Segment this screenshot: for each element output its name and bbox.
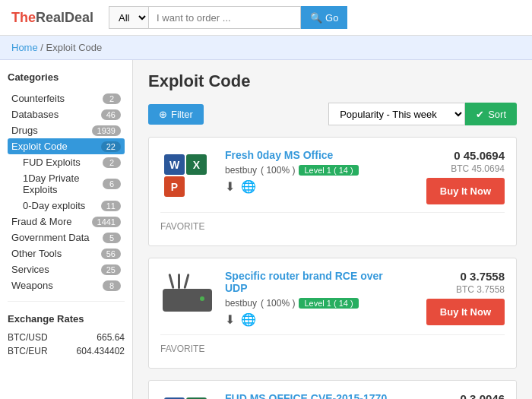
download-icon-2[interactable]: ⬇ (225, 312, 235, 327)
listing-card-1: W X P Fresh 0day MS Office bestbuy ( 100… (148, 137, 517, 246)
price-main-3: 0 3.0046 (413, 392, 505, 399)
logo: TheRealDeal (11, 10, 93, 26)
price-main-1: 0 45.0694 (413, 149, 505, 162)
listing-title-2[interactable]: Specific router brand RCE over UDP (225, 270, 402, 294)
favorite-button-2[interactable]: FAVORITE (160, 341, 204, 356)
logo-prefix: The (11, 10, 36, 25)
sort-select[interactable]: Popularity - This week (328, 103, 465, 125)
globe-icon-2[interactable]: 🌐 (241, 312, 256, 327)
ms-word-icon: W (164, 154, 185, 175)
exchange-pair-btcusd: BTC/USD (8, 332, 48, 343)
exchange-rate-btceur: 604.434402 (77, 346, 125, 356)
page-title: Exploit Code (148, 71, 517, 91)
exchange-rate-btcusd: 665.64 (97, 332, 125, 343)
listing-seller-2: bestbuy ( 100% ) Level 1 ( 14 ) (225, 298, 402, 309)
listing-title-3[interactable]: FUD MS OFFICE CVE-2015-1770 (225, 392, 402, 399)
ms-excel-icon: X (186, 154, 207, 175)
listing-price-3: 0 3.0046 BTC 3.0046 Buy It Now (413, 392, 505, 399)
level-badge-2: Level 1 ( 14 ) (299, 298, 358, 309)
seller-name-1: bestbuy (225, 165, 257, 176)
listing-image-2 (160, 270, 214, 323)
listing-image-3: W X P (160, 392, 214, 399)
category-select[interactable]: All (109, 6, 149, 29)
listing-price-1: 0 45.0694 BTC 45.0694 Buy It Now (413, 149, 505, 204)
listing-price-2: 0 3.7558 BTC 3.7558 Buy It Now (413, 270, 505, 325)
breadcrumb: Home / Exploit Code (0, 36, 532, 60)
search-icon: 🔍 (310, 12, 322, 24)
breadcrumb-current: Exploit Code (46, 42, 103, 53)
breadcrumb-home[interactable]: Home (11, 42, 38, 53)
header: TheRealDeal All 🔍 Go (0, 0, 532, 36)
sidebar: Categories Counterfeits 2 Databases 46 D… (0, 60, 133, 399)
main-layout: Categories Counterfeits 2 Databases 46 D… (0, 60, 532, 399)
ms-pp-icon: P (164, 176, 185, 197)
sidebar-item-0day-exploits[interactable]: 0-Day exploits 11 (19, 198, 125, 214)
sidebar-item-weapons[interactable]: Weapons 8 (8, 277, 125, 293)
level-badge-1: Level 1 ( 14 ) (299, 165, 358, 176)
sidebar-item-fud-exploits[interactable]: FUD Exploits 2 (19, 154, 125, 170)
listing-seller-1: bestbuy ( 100% ) Level 1 ( 14 ) (225, 165, 402, 176)
listing-details-1: Fresh 0day MS Office bestbuy ( 100% ) Le… (225, 149, 402, 194)
router-img (163, 277, 212, 315)
listing-icons-2: ⬇ 🌐 (225, 312, 402, 327)
sort-area: Popularity - This week ✔ Sort (328, 103, 517, 125)
search-button[interactable]: 🔍 Go (301, 6, 347, 29)
sidebar-item-exploit-code[interactable]: Exploit Code 22 (8, 138, 125, 154)
exchange-title: Exchange Rates (8, 313, 125, 325)
toolbar: ⊕ Filter Popularity - This week ✔ Sort (148, 103, 517, 125)
categories-title: Categories (8, 71, 125, 83)
listing-icons-1: ⬇ 🌐 (225, 179, 402, 194)
listing-image-1: W X P (160, 149, 214, 202)
sort-button[interactable]: ✔ Sort (465, 103, 517, 125)
price-main-2: 0 3.7558 (413, 270, 505, 283)
breadcrumb-separator: / (40, 42, 46, 53)
sidebar-item-counterfeits[interactable]: Counterfeits 2 (8, 90, 125, 106)
filter-icon: ⊕ (159, 109, 167, 120)
favorite-row-1: FAVORITE (160, 212, 505, 234)
sidebar-item-1day-exploits[interactable]: 1Day Private Exploits 6 (19, 170, 125, 198)
sidebar-item-government-data[interactable]: Government Data 5 (8, 230, 125, 245)
listing-card-2: Specific router brand RCE over UDP bestb… (148, 258, 517, 369)
sidebar-item-databases[interactable]: Databases 46 (8, 106, 125, 122)
search-input[interactable] (149, 6, 301, 29)
sidebar-item-services[interactable]: Services 25 (8, 261, 125, 277)
search-area: All 🔍 Go (109, 6, 347, 29)
price-btc-1: BTC 45.0694 (413, 163, 505, 174)
exchange-btcusd: BTC/USD 665.64 (8, 331, 125, 344)
favorite-row-2: FAVORITE (160, 334, 505, 356)
seller-name-2: bestbuy (225, 298, 257, 309)
globe-icon[interactable]: 🌐 (241, 179, 256, 194)
exchange-pair-btceur: BTC/EUR (8, 346, 48, 356)
sidebar-item-drugs[interactable]: Drugs 1939 (8, 122, 125, 138)
sidebar-divider (8, 301, 125, 302)
listing-title-1[interactable]: Fresh 0day MS Office (225, 149, 402, 161)
sidebar-item-fraud[interactable]: Fraud & More 1441 (8, 214, 125, 230)
logo-brand: RealDeal (36, 10, 93, 25)
buy-button-1[interactable]: Buy It Now (426, 178, 505, 204)
download-icon[interactable]: ⬇ (225, 179, 235, 194)
sidebar-item-other-tools[interactable]: Other Tools 56 (8, 245, 125, 261)
seller-rating-1: ( 100% ) (261, 165, 295, 176)
seller-rating-2: ( 100% ) (261, 298, 295, 309)
sort-check-icon: ✔ (476, 109, 484, 120)
price-btc-2: BTC 3.7558 (413, 284, 505, 295)
listing-details-2: Specific router brand RCE over UDP bestb… (225, 270, 402, 327)
exchange-rates-section: Exchange Rates BTC/USD 665.64 BTC/EUR 60… (8, 313, 125, 358)
filter-button[interactable]: ⊕ Filter (148, 104, 204, 125)
favorite-button-1[interactable]: FAVORITE (160, 219, 204, 234)
listing-details-3: FUD MS OFFICE CVE-2015-1770 bestbuy ( 10… (225, 392, 402, 399)
listing-card-3: W X P FUD MS OFFICE CVE-2015-1770 bestbu… (148, 380, 517, 399)
buy-button-2[interactable]: Buy It Now (426, 299, 505, 325)
exchange-btceur: BTC/EUR 604.434402 (8, 344, 125, 358)
content-area: Exploit Code ⊕ Filter Popularity - This … (133, 60, 532, 399)
